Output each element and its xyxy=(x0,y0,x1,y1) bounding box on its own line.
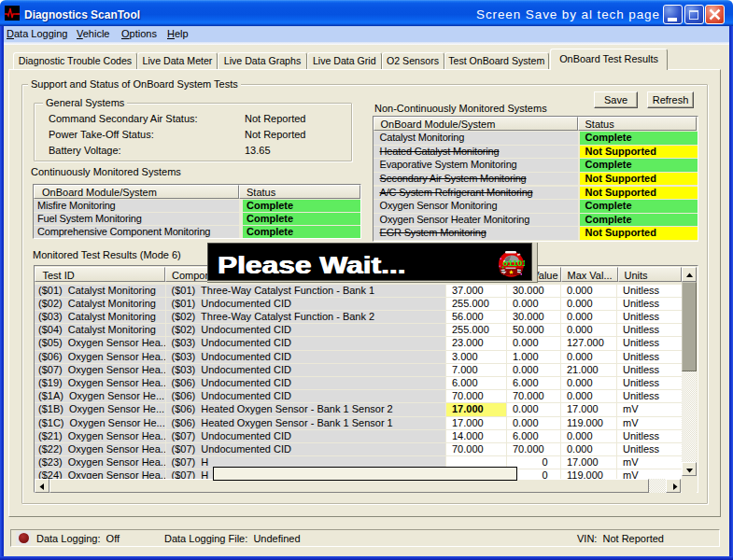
svg-text:o1101: o1101 xyxy=(502,258,525,268)
